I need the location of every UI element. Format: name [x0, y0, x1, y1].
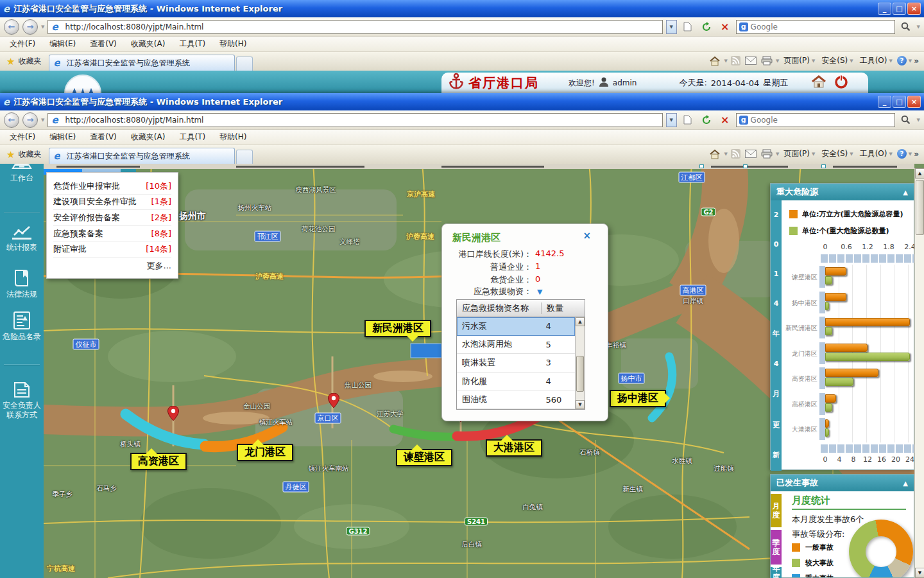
scroll-down-icon[interactable]: ▼ — [915, 568, 924, 578]
go-page-icon[interactable] — [680, 19, 696, 35]
menu-item-文件(F)[interactable]: 文件(F) — [3, 39, 42, 49]
logout-power-icon[interactable] — [834, 74, 848, 91]
search-dropdown-icon[interactable]: ▼ — [917, 24, 920, 30]
stop-icon[interactable]: × — [717, 19, 733, 35]
menu-item-查看(V)[interactable]: 查看(V) — [83, 132, 124, 143]
window-titlebar[interactable]: e 江苏省港口安全监管与应急管理系统 - Windows Internet Ex… — [0, 0, 924, 17]
table-row[interactable]: 污水泵4 — [457, 317, 575, 336]
dropdown-icon[interactable]: ▼ — [889, 58, 892, 64]
sidebar-item-工作台[interactable]: 工作台 — [0, 164, 44, 183]
history-dropdown-icon[interactable]: ▼ — [41, 118, 44, 123]
map-pin-icon[interactable] — [167, 406, 179, 424]
command-button-安全(S)[interactable]: 安全(S)▼ — [819, 148, 855, 159]
table-scrollbar[interactable]: ▲ ▼ — [575, 317, 585, 409]
sidebar-item-法律法规[interactable]: 法律法规 — [0, 268, 44, 299]
overflow-chevron-icon[interactable]: » — [914, 57, 919, 66]
search-input[interactable]: g Google — [736, 20, 895, 34]
help-dropdown-icon[interactable]: ▼ — [909, 58, 912, 64]
command-button-页面(P)[interactable]: 页面(P)▼ — [781, 55, 817, 66]
hazard-panel-header[interactable]: 重大危险源 ▲ — [771, 184, 914, 200]
materials-row[interactable]: 应急救援物资： ▼ — [442, 286, 608, 299]
sidebar-item-统计报表[interactable]: 统计报表 — [0, 225, 44, 252]
favorites-button[interactable]: ★ 收藏夹 — [3, 52, 45, 71]
menu-item-工具(T)[interactable]: 工具(T) — [172, 39, 212, 49]
command-button-工具(O)[interactable]: 工具(O)▼ — [857, 148, 895, 159]
mail-icon[interactable] — [744, 150, 758, 158]
popup-close-icon[interactable]: × — [583, 231, 591, 241]
help-icon[interactable]: ? — [897, 56, 907, 66]
search-icon[interactable] — [898, 112, 914, 128]
search-icon[interactable] — [898, 19, 914, 35]
accidents-panel-header[interactable]: 已发生事故 ▲ — [771, 475, 914, 491]
port-callout-大港港区[interactable]: 大港港区 — [486, 439, 542, 457]
table-row[interactable]: 防化服4 — [457, 372, 575, 391]
url-dropdown-icon[interactable]: ▼ — [666, 113, 677, 127]
todo-more-link[interactable]: 更多... — [53, 258, 171, 272]
home-dropdown-icon[interactable]: ▼ — [724, 152, 727, 157]
minimize-button[interactable]: _ — [878, 3, 891, 15]
dropdown-icon[interactable]: ▼ — [850, 152, 853, 157]
todo-item[interactable]: 附证审批[14条] — [53, 241, 171, 258]
help-dropdown-icon[interactable]: ▼ — [909, 152, 912, 157]
accidents-tab-年度[interactable]: 年度 — [771, 567, 782, 578]
refresh-icon[interactable] — [699, 19, 714, 35]
print-icon[interactable] — [760, 56, 774, 66]
scroll-thumb[interactable] — [916, 180, 924, 235]
home-shortcut-icon[interactable] — [811, 75, 826, 91]
maximize-button[interactable]: □ — [893, 3, 906, 15]
dropdown-icon[interactable]: ▼ — [812, 58, 815, 64]
print-icon[interactable] — [760, 149, 774, 159]
table-row[interactable]: 喷淋装置3 — [457, 354, 575, 372]
port-callout-新民洲港区[interactable]: 新民洲港区 — [364, 320, 431, 337]
accidents-tab-月度[interactable]: 月度 — [771, 494, 782, 527]
dropdown-icon[interactable]: ▼ — [850, 58, 853, 64]
new-tab-button[interactable] — [236, 57, 253, 71]
refresh-icon[interactable] — [699, 112, 714, 128]
favorites-button[interactable]: ★ 收藏夹 — [3, 145, 45, 164]
menu-item-编辑(E)[interactable]: 编辑(E) — [42, 39, 83, 49]
minimize-button[interactable]: _ — [878, 96, 891, 108]
todo-item[interactable]: 建设项目安全条件审批[1条] — [53, 195, 171, 211]
command-button-页面(P)[interactable]: 页面(P)▼ — [781, 148, 817, 159]
menu-item-帮助(H)[interactable]: 帮助(H) — [212, 132, 253, 143]
todo-item[interactable]: 安全评价报告备案[2条] — [53, 210, 171, 226]
search-dropdown-icon[interactable]: ▼ — [917, 118, 920, 123]
browser-tab[interactable]: e 江苏省港口安全监管与应急管理系统 — [49, 55, 235, 71]
menu-item-查看(V)[interactable]: 查看(V) — [83, 39, 124, 49]
home-icon[interactable] — [708, 149, 722, 159]
map-layer-toggle[interactable] — [743, 164, 748, 168]
help-icon[interactable]: ? — [897, 149, 907, 159]
home-icon[interactable] — [708, 56, 722, 66]
menu-item-编辑(E)[interactable]: 编辑(E) — [42, 132, 83, 143]
command-button-工具(O)[interactable]: 工具(O)▼ — [857, 55, 895, 66]
maximize-button[interactable]: □ — [893, 96, 906, 108]
home-dropdown-icon[interactable]: ▼ — [724, 58, 727, 64]
table-scroll-up-icon[interactable]: ▲ — [576, 317, 585, 326]
overflow-chevron-icon[interactable]: » — [914, 150, 919, 159]
menu-item-帮助(H)[interactable]: 帮助(H) — [212, 39, 253, 49]
print-dropdown-icon[interactable]: ▼ — [776, 152, 779, 157]
mail-icon[interactable] — [744, 57, 758, 65]
forward-button[interactable]: → — [22, 19, 38, 35]
forward-button[interactable]: → — [22, 112, 38, 128]
page-scrollbar[interactable]: ▲ ▼ — [914, 168, 924, 578]
todo-item[interactable]: 应急预案备案[8条] — [53, 226, 171, 242]
url-dropdown-icon[interactable]: ▼ — [666, 20, 677, 34]
scroll-up-icon[interactable]: ▲ — [915, 168, 924, 179]
dropdown-icon[interactable]: ▼ — [889, 152, 892, 157]
table-row[interactable]: 水泡沫两用炮5 — [457, 336, 575, 355]
port-callout-龙门港区[interactable]: 龙门港区 — [237, 444, 293, 461]
port-callout-扬中港区[interactable]: 扬中港区 — [610, 390, 666, 407]
close-button[interactable]: × — [907, 96, 921, 108]
history-dropdown-icon[interactable]: ▼ — [41, 24, 44, 30]
materials-dropdown-icon[interactable]: ▼ — [537, 288, 542, 295]
menu-item-工具(T)[interactable]: 工具(T) — [172, 132, 212, 143]
map-pin-icon[interactable] — [328, 393, 339, 411]
port-callout-谏壁港区[interactable]: 谏壁港区 — [396, 449, 452, 466]
menu-item-收藏夹(A)[interactable]: 收藏夹(A) — [124, 132, 173, 143]
map-layer-toggle[interactable] — [699, 164, 704, 168]
menu-item-收藏夹(A)[interactable]: 收藏夹(A) — [124, 39, 173, 49]
table-scroll-thumb[interactable] — [576, 356, 584, 392]
todo-item[interactable]: 危货作业申报审批[10条] — [53, 179, 171, 195]
go-page-icon[interactable] — [680, 112, 696, 128]
